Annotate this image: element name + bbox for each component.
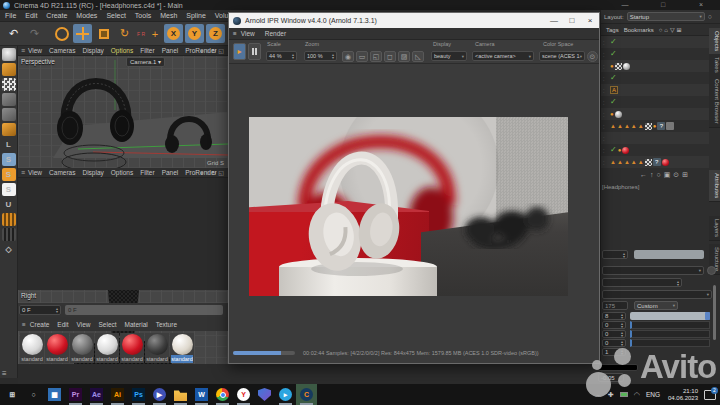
material-menu-3[interactable]: Select bbox=[99, 321, 117, 328]
weave-lock-icon[interactable] bbox=[2, 228, 16, 241]
model-mode-icon[interactable] bbox=[2, 63, 16, 76]
colorspace-dropdown[interactable]: scene (ACES 1.0 SDR-video (sRGB))▾ bbox=[539, 51, 585, 61]
object-row-7[interactable]: ▲▲▲▲▲●? bbox=[601, 120, 709, 132]
attr-value-3-field[interactable] bbox=[630, 339, 710, 347]
vp1-menu-3[interactable]: Options bbox=[111, 47, 133, 54]
menu-item-6[interactable]: Mesh bbox=[160, 12, 177, 19]
layout-dropdown[interactable]: Startup▾ bbox=[627, 12, 705, 21]
taskbar-search-icon[interactable]: ○ bbox=[23, 384, 44, 405]
vp1-menu-1[interactable]: Cameras bbox=[49, 47, 75, 54]
rotate-tool-icon[interactable]: ↻ bbox=[115, 24, 134, 43]
polygon-mode-icon[interactable] bbox=[2, 123, 16, 136]
close-icon[interactable]: × bbox=[694, 0, 708, 10]
object-row-8[interactable] bbox=[601, 132, 709, 144]
texture-mode-icon[interactable] bbox=[2, 78, 16, 91]
zoom-field[interactable]: 100 %▴▾ bbox=[304, 51, 337, 61]
attr-value-3[interactable]: 0▴▾ bbox=[602, 339, 626, 347]
axis-mode-icon[interactable]: L bbox=[2, 138, 16, 151]
tab-layers[interactable]: Layers bbox=[709, 216, 720, 241]
search-icon[interactable]: ○ bbox=[708, 13, 712, 20]
attr-value-0-slider[interactable] bbox=[630, 312, 710, 320]
tab-content-browser[interactable]: Content Browser bbox=[709, 76, 720, 128]
attr-value-0[interactable]: 8▴▾ bbox=[602, 312, 626, 320]
link-icon[interactable] bbox=[707, 266, 716, 275]
menu-item-1[interactable]: Edit bbox=[25, 12, 37, 19]
taskbar-explorer-icon[interactable] bbox=[170, 384, 191, 405]
material-1[interactable]: standard bbox=[45, 333, 69, 363]
x-axis-lock-icon[interactable]: X bbox=[164, 24, 183, 43]
display-mode-icon[interactable]: ▭ bbox=[356, 51, 368, 62]
nodes-icon[interactable]: ◻ bbox=[384, 51, 396, 62]
arnold-close-icon[interactable]: × bbox=[581, 13, 599, 28]
material-menu-icon[interactable]: ≡ bbox=[22, 321, 26, 328]
taskbar-photoshop-icon[interactable]: Ps bbox=[128, 384, 149, 405]
arnold-maximize-icon[interactable]: □ bbox=[563, 13, 581, 28]
tab-tags[interactable]: Tags bbox=[606, 27, 619, 33]
z-axis-lock-icon[interactable]: Z bbox=[206, 24, 225, 43]
attr-value-1[interactable]: 0▴▾ bbox=[602, 321, 626, 329]
arnold-menu-icon[interactable]: ≡ bbox=[233, 30, 237, 37]
vp2-menu-5[interactable]: Panel bbox=[162, 169, 179, 176]
render-view[interactable] bbox=[249, 117, 568, 296]
tab-takes[interactable]: Takes bbox=[709, 54, 720, 77]
viewport-nav-icons[interactable]: +○↻◱ bbox=[200, 169, 226, 176]
attr-stepper-field-2[interactable]: ▴▾ bbox=[602, 278, 682, 287]
material-4[interactable]: standard bbox=[120, 333, 144, 363]
material-menu-0[interactable]: Create bbox=[30, 321, 50, 328]
taskbar-word-icon[interactable]: W bbox=[191, 384, 212, 405]
arnold-menu-view[interactable]: View bbox=[241, 30, 255, 37]
object-row-9[interactable]: ✓● bbox=[601, 144, 709, 156]
move-tool-icon[interactable] bbox=[73, 24, 92, 43]
frame-stepper-icon[interactable]: ▴▾ bbox=[56, 307, 58, 313]
redo-icon[interactable]: ↷ bbox=[25, 24, 44, 43]
scale-tool-icon[interactable] bbox=[94, 24, 113, 43]
language-indicator[interactable]: ENG bbox=[646, 391, 660, 398]
color-swatch[interactable] bbox=[598, 364, 638, 371]
material-6[interactable]: standard bbox=[170, 333, 194, 363]
menu-item-7[interactable]: Spline bbox=[186, 12, 205, 19]
debug-shading-icon[interactable]: ◺ bbox=[412, 51, 424, 62]
ipr-pause-icon[interactable] bbox=[248, 43, 261, 60]
attr-value-1-field[interactable] bbox=[630, 321, 710, 329]
frame-field[interactable]: 0 F ▴▾ bbox=[19, 305, 61, 315]
maximize-icon[interactable]: □ bbox=[656, 0, 670, 10]
attribute-toolbar[interactable]: ←↑○▣⊙⊞ bbox=[640, 171, 691, 179]
radial-value-field[interactable]: -0.05 bbox=[598, 373, 624, 382]
camera-snapshot-icon[interactable]: ⊙ bbox=[587, 51, 598, 62]
menu-item-4[interactable]: Select bbox=[106, 12, 125, 19]
notification-center-icon[interactable]: 2 bbox=[704, 390, 716, 400]
clock[interactable]: 21:10 04.06.2023 bbox=[668, 388, 698, 402]
taskbar-premiere-icon[interactable]: Pr bbox=[65, 384, 86, 405]
live-selection-icon[interactable] bbox=[52, 24, 71, 43]
vp2-menu-2[interactable]: Display bbox=[82, 169, 103, 176]
camera-dropdown[interactable]: <active camera>▾ bbox=[472, 51, 534, 61]
material-5[interactable]: standard bbox=[145, 333, 169, 363]
material-3[interactable]: standard bbox=[95, 333, 119, 363]
point-mode-icon[interactable] bbox=[2, 108, 16, 121]
snap-3d-icon[interactable]: S bbox=[2, 168, 16, 181]
undo-icon[interactable]: ↶ bbox=[4, 24, 23, 43]
workplane-mode-icon[interactable] bbox=[2, 93, 16, 106]
snap-toggle-icon[interactable]: S bbox=[2, 153, 16, 166]
material-menu-5[interactable]: Texture bbox=[156, 321, 177, 328]
ipr-play-icon[interactable]: ▸ bbox=[233, 43, 246, 60]
vp2-menu-1[interactable]: Cameras bbox=[49, 169, 75, 176]
attr-misc-field[interactable]: 175 bbox=[602, 301, 628, 310]
region-render-icon[interactable]: ◱ bbox=[370, 51, 382, 62]
taskbar-start-icon[interactable]: ⊞ bbox=[2, 384, 23, 405]
tab-attributes[interactable]: Attributes bbox=[709, 170, 720, 202]
material-2[interactable]: standard bbox=[70, 333, 94, 363]
footer-menu-icon[interactable]: ≡ bbox=[2, 369, 7, 378]
arnold-titlebar[interactable]: Arnold IPR Window v4.4.0 (Arnold 7.1.3.1… bbox=[229, 13, 599, 28]
object-row-3[interactable]: ✓ bbox=[601, 72, 709, 84]
vp1-menu-4[interactable]: Filter bbox=[140, 47, 154, 54]
arnold-minimize-icon[interactable]: — bbox=[545, 13, 563, 28]
attr-dropdown-2[interactable]: ▾ bbox=[602, 290, 712, 299]
taskbar-defender-icon[interactable] bbox=[254, 384, 275, 405]
material-0[interactable]: standard bbox=[20, 333, 44, 363]
scale-field[interactable]: 44 %▴▾ bbox=[266, 51, 297, 61]
taskbar-calculator-icon[interactable]: ▦ bbox=[44, 384, 65, 405]
tray-chevron-icon[interactable]: ︿ bbox=[595, 390, 602, 400]
menu-item-5[interactable]: Tools bbox=[135, 12, 151, 19]
object-row-10[interactable]: ▲▲▲▲▲? bbox=[601, 156, 709, 168]
